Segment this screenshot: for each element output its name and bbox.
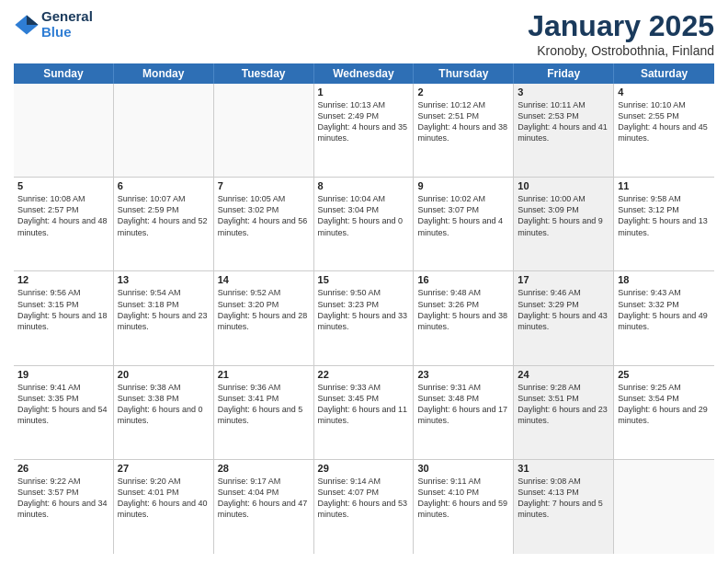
day-info: Sunrise: 10:04 AM Sunset: 3:04 PM Daylig… bbox=[318, 193, 410, 238]
day-number: 22 bbox=[318, 369, 410, 380]
day-number: 12 bbox=[17, 274, 109, 285]
day-number: 3 bbox=[518, 86, 609, 98]
day-number: 8 bbox=[318, 180, 410, 191]
calendar-day-3: 3Sunrise: 10:11 AM Sunset: 2:53 PM Dayli… bbox=[514, 84, 614, 177]
day-info: Sunrise: 10:10 AM Sunset: 2:55 PM Daylig… bbox=[618, 99, 711, 144]
calendar-day-29: 29Sunrise: 9:14 AM Sunset: 4:07 PM Dayli… bbox=[314, 460, 415, 554]
calendar-day-28: 28Sunrise: 9:17 AM Sunset: 4:04 PM Dayli… bbox=[214, 460, 314, 554]
day-info: Sunrise: 10:13 AM Sunset: 2:49 PM Daylig… bbox=[318, 99, 410, 144]
day-number: 21 bbox=[218, 369, 310, 380]
day-number: 2 bbox=[417, 86, 509, 98]
calendar-day-15: 15Sunrise: 9:50 AM Sunset: 3:23 PM Dayli… bbox=[314, 271, 415, 364]
calendar-day-2: 2Sunrise: 10:12 AM Sunset: 2:51 PM Dayli… bbox=[414, 84, 514, 177]
calendar-day-22: 22Sunrise: 9:33 AM Sunset: 3:45 PM Dayli… bbox=[314, 366, 415, 459]
day-info: Sunrise: 9:25 AM Sunset: 3:54 PM Dayligh… bbox=[618, 382, 711, 427]
calendar-day-9: 9Sunrise: 10:02 AM Sunset: 3:07 PM Dayli… bbox=[414, 178, 514, 270]
day-info: Sunrise: 9:22 AM Sunset: 3:57 PM Dayligh… bbox=[17, 476, 109, 521]
page: General Blue January 2025 Kronoby, Ostro… bbox=[0, 0, 728, 563]
title-block: January 2025 Kronoby, Ostrobothnia, Finl… bbox=[528, 9, 714, 58]
calendar-week-5: 26Sunrise: 9:22 AM Sunset: 3:57 PM Dayli… bbox=[14, 460, 714, 554]
day-number: 10 bbox=[518, 180, 609, 191]
day-number: 13 bbox=[118, 274, 210, 285]
calendar-day-13: 13Sunrise: 9:54 AM Sunset: 3:18 PM Dayli… bbox=[114, 271, 214, 364]
calendar-body: 1Sunrise: 10:13 AM Sunset: 2:49 PM Dayli… bbox=[14, 84, 714, 554]
day-info: Sunrise: 10:02 AM Sunset: 3:07 PM Daylig… bbox=[417, 193, 509, 238]
calendar-day-4: 4Sunrise: 10:10 AM Sunset: 2:55 PM Dayli… bbox=[614, 84, 714, 177]
day-number: 24 bbox=[518, 369, 609, 380]
calendar-day-10: 10Sunrise: 10:00 AM Sunset: 3:09 PM Dayl… bbox=[514, 178, 614, 270]
day-info: Sunrise: 9:14 AM Sunset: 4:07 PM Dayligh… bbox=[318, 476, 410, 521]
day-info: Sunrise: 9:31 AM Sunset: 3:48 PM Dayligh… bbox=[417, 382, 509, 427]
weekday-header-thursday: Thursday bbox=[414, 63, 514, 84]
day-info: Sunrise: 9:50 AM Sunset: 3:23 PM Dayligh… bbox=[318, 287, 410, 332]
day-info: Sunrise: 10:12 AM Sunset: 2:51 PM Daylig… bbox=[417, 99, 509, 144]
calendar-day-18: 18Sunrise: 9:43 AM Sunset: 3:32 PM Dayli… bbox=[614, 271, 714, 364]
day-number: 14 bbox=[218, 274, 310, 285]
weekday-header-sunday: Sunday bbox=[14, 63, 114, 84]
day-number: 5 bbox=[17, 180, 109, 191]
calendar-day-7: 7Sunrise: 10:05 AM Sunset: 3:02 PM Dayli… bbox=[214, 178, 314, 270]
calendar-day-31: 31Sunrise: 9:08 AM Sunset: 4:13 PM Dayli… bbox=[514, 460, 614, 554]
calendar-day-21: 21Sunrise: 9:36 AM Sunset: 3:41 PM Dayli… bbox=[214, 366, 314, 459]
day-number: 11 bbox=[618, 180, 711, 191]
day-number: 30 bbox=[417, 463, 509, 474]
month-title: January 2025 bbox=[528, 9, 714, 43]
header: General Blue January 2025 Kronoby, Ostro… bbox=[14, 9, 714, 58]
calendar-week-2: 5Sunrise: 10:08 AM Sunset: 2:57 PM Dayli… bbox=[14, 178, 714, 271]
weekday-header-wednesday: Wednesday bbox=[314, 63, 415, 84]
day-number: 6 bbox=[118, 180, 210, 191]
calendar-empty bbox=[614, 460, 714, 554]
day-info: Sunrise: 9:08 AM Sunset: 4:13 PM Dayligh… bbox=[518, 476, 609, 521]
day-number: 18 bbox=[618, 274, 711, 285]
day-number: 9 bbox=[417, 180, 509, 191]
calendar-empty bbox=[114, 84, 214, 177]
day-info: Sunrise: 10:08 AM Sunset: 2:57 PM Daylig… bbox=[17, 193, 109, 238]
location: Kronoby, Ostrobothnia, Finland bbox=[528, 43, 714, 58]
svg-marker-1 bbox=[27, 15, 39, 25]
day-info: Sunrise: 9:48 AM Sunset: 3:26 PM Dayligh… bbox=[417, 287, 509, 332]
calendar-empty bbox=[214, 84, 314, 177]
calendar-day-8: 8Sunrise: 10:04 AM Sunset: 3:04 PM Dayli… bbox=[314, 178, 415, 270]
day-info: Sunrise: 9:52 AM Sunset: 3:20 PM Dayligh… bbox=[218, 287, 310, 332]
calendar-day-30: 30Sunrise: 9:11 AM Sunset: 4:10 PM Dayli… bbox=[414, 460, 514, 554]
calendar-day-12: 12Sunrise: 9:56 AM Sunset: 3:15 PM Dayli… bbox=[14, 271, 114, 364]
day-number: 20 bbox=[118, 369, 210, 380]
day-info: Sunrise: 9:33 AM Sunset: 3:45 PM Dayligh… bbox=[318, 382, 410, 427]
logo: General Blue bbox=[14, 9, 93, 40]
day-info: Sunrise: 10:00 AM Sunset: 3:09 PM Daylig… bbox=[518, 193, 609, 238]
day-number: 29 bbox=[318, 463, 410, 474]
day-number: 23 bbox=[417, 369, 509, 380]
day-info: Sunrise: 10:07 AM Sunset: 2:59 PM Daylig… bbox=[118, 193, 210, 238]
day-info: Sunrise: 9:20 AM Sunset: 4:01 PM Dayligh… bbox=[118, 476, 210, 521]
calendar-empty bbox=[14, 84, 114, 177]
calendar-day-19: 19Sunrise: 9:41 AM Sunset: 3:35 PM Dayli… bbox=[14, 366, 114, 459]
day-number: 26 bbox=[17, 463, 109, 474]
day-number: 4 bbox=[618, 86, 711, 98]
calendar-day-23: 23Sunrise: 9:31 AM Sunset: 3:48 PM Dayli… bbox=[414, 366, 514, 459]
calendar-day-17: 17Sunrise: 9:46 AM Sunset: 3:29 PM Dayli… bbox=[514, 271, 614, 364]
calendar-week-3: 12Sunrise: 9:56 AM Sunset: 3:15 PM Dayli… bbox=[14, 271, 714, 365]
weekday-header-tuesday: Tuesday bbox=[214, 63, 314, 84]
day-info: Sunrise: 9:41 AM Sunset: 3:35 PM Dayligh… bbox=[17, 382, 109, 427]
day-number: 17 bbox=[518, 274, 609, 285]
logo-text-blue: Blue bbox=[41, 25, 93, 40]
calendar-week-1: 1Sunrise: 10:13 AM Sunset: 2:49 PM Dayli… bbox=[14, 84, 714, 178]
calendar-day-24: 24Sunrise: 9:28 AM Sunset: 3:51 PM Dayli… bbox=[514, 366, 614, 459]
day-number: 19 bbox=[17, 369, 109, 380]
day-number: 31 bbox=[518, 463, 609, 474]
day-info: Sunrise: 9:36 AM Sunset: 3:41 PM Dayligh… bbox=[218, 382, 310, 427]
day-number: 27 bbox=[118, 463, 210, 474]
calendar: SundayMondayTuesdayWednesdayThursdayFrid… bbox=[14, 63, 714, 554]
weekday-header-saturday: Saturday bbox=[614, 63, 714, 84]
day-number: 25 bbox=[618, 369, 711, 380]
calendar-header: SundayMondayTuesdayWednesdayThursdayFrid… bbox=[14, 63, 714, 84]
day-info: Sunrise: 9:46 AM Sunset: 3:29 PM Dayligh… bbox=[518, 287, 609, 332]
weekday-header-friday: Friday bbox=[514, 63, 614, 84]
day-number: 28 bbox=[218, 463, 310, 474]
calendar-day-20: 20Sunrise: 9:38 AM Sunset: 3:38 PM Dayli… bbox=[114, 366, 214, 459]
calendar-week-4: 19Sunrise: 9:41 AM Sunset: 3:35 PM Dayli… bbox=[14, 366, 714, 460]
calendar-day-14: 14Sunrise: 9:52 AM Sunset: 3:20 PM Dayli… bbox=[214, 271, 314, 364]
day-number: 16 bbox=[417, 274, 509, 285]
day-info: Sunrise: 9:43 AM Sunset: 3:32 PM Dayligh… bbox=[618, 287, 711, 332]
day-info: Sunrise: 9:17 AM Sunset: 4:04 PM Dayligh… bbox=[218, 476, 310, 521]
